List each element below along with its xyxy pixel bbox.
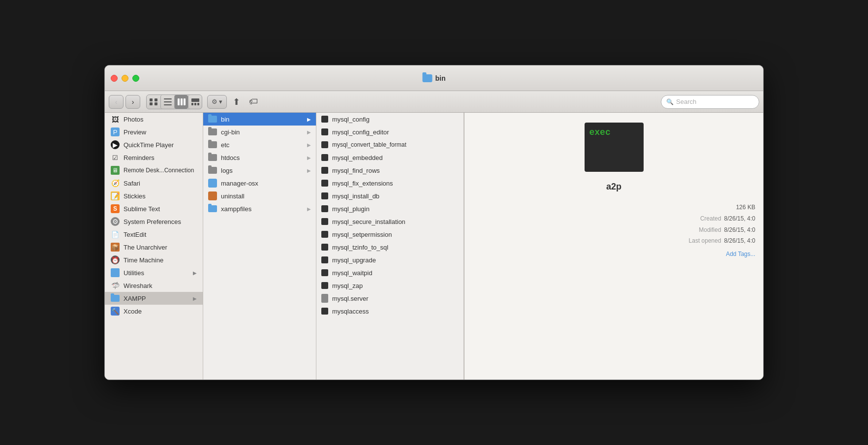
- col2-item-mysql_tzinfo[interactable]: mysql_tzinfo_to_sql: [316, 241, 464, 254]
- preview-thumbnail: exec: [585, 123, 644, 172]
- exec-icon-mysql_fix_ext: [321, 180, 328, 187]
- sidebar-item-xampp[interactable]: XAMPP ▶: [105, 292, 203, 305]
- svg-rect-10: [191, 98, 199, 102]
- xcode-icon: 🔨: [111, 307, 120, 316]
- sidebar-item-photos[interactable]: 🖼 Photos: [105, 113, 203, 126]
- icon-view-button[interactable]: [147, 95, 160, 109]
- modified-row: Modified 8/26/15, 4:0: [472, 224, 755, 236]
- col2-item-mysqlaccess[interactable]: mysqlaccess: [316, 305, 464, 318]
- sidebar-label-textedit: TextEdit: [124, 231, 146, 238]
- col2-item-mysql_zap[interactable]: mysql_zap: [316, 279, 464, 292]
- back-button[interactable]: ‹: [109, 95, 124, 109]
- gear-icon: ⚙: [212, 98, 217, 105]
- forward-button[interactable]: ›: [125, 95, 140, 109]
- created-label: Created: [700, 213, 721, 224]
- sidebar-label-xampp: XAMPP: [124, 295, 146, 302]
- col2-label-mysql_server: mysql.server: [332, 295, 369, 302]
- sidebar-item-xcode[interactable]: 🔨 Xcode: [105, 305, 203, 318]
- col2-item-mysql_plugin[interactable]: mysql_plugin: [316, 202, 464, 215]
- col1-item-logs[interactable]: logs ▶: [203, 164, 316, 177]
- svg-rect-13: [197, 103, 199, 105]
- preview-last-opened: 8/26/15, 4:0: [724, 235, 755, 247]
- search-placeholder: Search: [676, 98, 696, 105]
- col1-item-manager[interactable]: manager-osx: [203, 177, 316, 190]
- sidebar-item-timemachine[interactable]: ⏰ Time Machine: [105, 254, 203, 266]
- sidebar-label-sysprefs: System Preferences: [124, 218, 181, 225]
- preview-created: 8/26/15, 4:0: [724, 213, 755, 224]
- sidebar-item-unarchiver[interactable]: 📦 The Unarchiver: [105, 241, 203, 254]
- col1-item-bin[interactable]: bin ▶: [203, 113, 316, 126]
- minimize-button[interactable]: [122, 75, 128, 82]
- sidebar-item-safari[interactable]: 🧭 Safari: [105, 177, 203, 190]
- col1-item-cgi-bin[interactable]: cgi-bin ▶: [203, 126, 316, 138]
- sidebar-item-sublime[interactable]: S Sublime Text: [105, 202, 203, 215]
- exec-icon-mysql_embedded: [321, 154, 328, 161]
- sidebar-item-sysprefs[interactable]: ⚙ System Preferences: [105, 215, 203, 228]
- finder-window: bin ‹ ›: [104, 65, 764, 380]
- traffic-lights: [111, 75, 139, 82]
- col1-item-xamppfiles[interactable]: xamppfiles ▶: [203, 202, 316, 215]
- sidebar-item-preview[interactable]: P Preview: [105, 126, 203, 138]
- col2-item-mysql_config_editor[interactable]: mysql_config_editor: [316, 126, 464, 138]
- search-bar[interactable]: 🔍 Search: [661, 95, 759, 109]
- col1-item-uninstall[interactable]: uninstall: [203, 190, 316, 202]
- column-1: bin ▶ cgi-bin ▶ etc ▶ htdocs ▶: [203, 113, 316, 380]
- maximize-button[interactable]: [132, 75, 139, 82]
- sysprefs-icon: ⚙: [111, 217, 120, 226]
- preview-panel: exec a2p 126 KB Created 8/26/15, 4:0 Mod…: [464, 113, 763, 380]
- col2-label-mysql_zap: mysql_zap: [332, 282, 363, 289]
- svg-rect-4: [164, 98, 172, 99]
- sidebar-item-utilities[interactable]: Utilities ▶: [105, 266, 203, 279]
- reminders-icon: ☑: [111, 153, 120, 162]
- col2-item-mysql_install_db[interactable]: mysql_install_db: [316, 190, 464, 202]
- col1-item-etc[interactable]: etc ▶: [203, 138, 316, 151]
- sidebar-item-remotedesk[interactable]: 🖥 Remote Desk...Connection: [105, 164, 203, 177]
- photos-icon: 🖼: [111, 115, 120, 124]
- col2-label-mysql_convert: mysql_convert_table_format: [332, 141, 406, 148]
- preview-icon: P: [111, 127, 120, 136]
- sidebar-item-quicktime[interactable]: ▶ QuickTime Player: [105, 138, 203, 151]
- col1-item-htdocs[interactable]: htdocs ▶: [203, 151, 316, 164]
- sidebar-item-wireshark[interactable]: 🦈 Wireshark: [105, 279, 203, 292]
- exec-icon-mysqlaccess: [321, 308, 328, 315]
- col1-label-cgi-bin: cgi-bin: [221, 128, 240, 136]
- column-view-button[interactable]: [174, 95, 188, 109]
- preview-exec-text: exec: [589, 127, 611, 137]
- col2-item-mysql_setperm[interactable]: mysql_setpermission: [316, 228, 464, 241]
- column-2: mysql_config mysql_config_editor mysql_c…: [316, 113, 464, 380]
- sidebar-item-reminders[interactable]: ☑ Reminders: [105, 151, 203, 164]
- col2-item-mysql_waitpid[interactable]: mysql_waitpid: [316, 266, 464, 279]
- col2-item-mysql_config[interactable]: mysql_config: [316, 113, 464, 126]
- col2-item-mysql_fix_extensions[interactable]: mysql_fix_extensions: [316, 177, 464, 190]
- sidebar-label-safari: Safari: [124, 180, 140, 187]
- cover-flow-button[interactable]: [188, 95, 202, 109]
- action-dropdown-button[interactable]: ⚙ ▾: [207, 95, 227, 109]
- share-button[interactable]: ⬆: [230, 95, 243, 109]
- folder-icon-bin: [208, 116, 217, 123]
- exec-icon-mysql_convert: [321, 141, 328, 148]
- col2-item-mysql_upgrade[interactable]: mysql_upgrade: [316, 254, 464, 266]
- sidebar-item-stickies[interactable]: 📝 Stickies: [105, 190, 203, 202]
- exec-icon-mysql_secure: [321, 218, 328, 225]
- sidebar-item-textedit[interactable]: 📄 TextEdit: [105, 228, 203, 241]
- modified-label: Modified: [699, 224, 721, 236]
- col2-item-mysql_secure[interactable]: mysql_secure_installation: [316, 215, 464, 228]
- col2-item-mysql_find_rows[interactable]: mysql_find_rows: [316, 164, 464, 177]
- add-tags-link[interactable]: Add Tags...: [472, 249, 755, 260]
- tag-button[interactable]: 🏷: [246, 95, 261, 109]
- col2-item-mysql_embedded[interactable]: mysql_embedded: [316, 151, 464, 164]
- col1-label-manager: manager-osx: [221, 180, 258, 187]
- xampp-arrow: ▶: [193, 296, 197, 301]
- sidebar-label-timemachine: Time Machine: [124, 256, 163, 264]
- svg-rect-2: [150, 102, 153, 105]
- utilities-arrow: ▶: [193, 270, 197, 276]
- col2-item-mysql_convert_table_format[interactable]: mysql_convert_table_format: [316, 138, 464, 151]
- col2-item-mysql_server[interactable]: mysql.server: [316, 292, 464, 305]
- exec-icon-mysql_tzinfo: [321, 244, 328, 251]
- title-bar: bin: [105, 65, 763, 91]
- sidebar-label-reminders: Reminders: [124, 154, 155, 161]
- list-view-button[interactable]: [160, 95, 174, 109]
- col2-label-mysql_upgrade: mysql_upgrade: [332, 256, 376, 264]
- close-button[interactable]: [111, 75, 118, 82]
- exec-icon-mysql_config_editor: [321, 128, 328, 135]
